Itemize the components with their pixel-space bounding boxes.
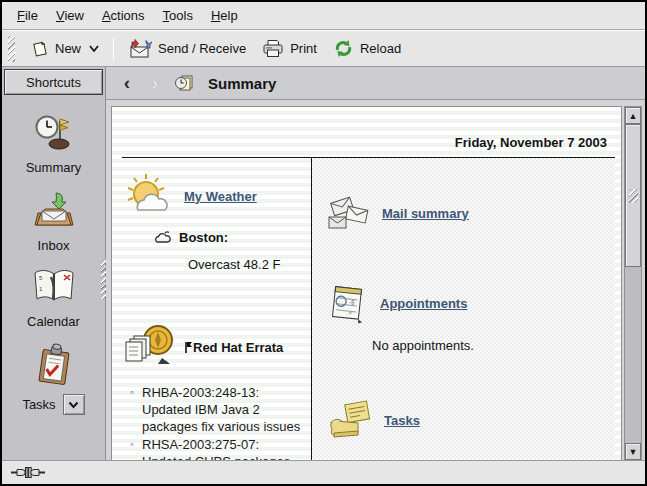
folder-title-bar: ‹ › Summary: [106, 67, 645, 100]
toolbar-grip[interactable]: [8, 36, 15, 62]
sidebar-item-inbox[interactable]: Inbox: [2, 189, 105, 253]
errata-title: Red Hat Errata: [193, 340, 283, 355]
sidebar-item-label: Tasks: [22, 397, 55, 412]
menu-file[interactable]: File: [8, 4, 47, 27]
summary-content: Friday, November 7 2003: [111, 106, 622, 460]
my-weather-link[interactable]: My Weather: [184, 189, 257, 204]
new-button[interactable]: New: [23, 36, 107, 62]
bullet: ◦: [130, 384, 142, 435]
send-receive-button[interactable]: Send / Receive: [120, 35, 254, 63]
appointments-icon: -5 .=: [326, 282, 370, 324]
toolbar-separator: [113, 38, 114, 60]
menu-view[interactable]: View: [47, 4, 93, 27]
bullet: ◦: [130, 436, 142, 460]
summary-right-column: Mail summary: [312, 158, 615, 460]
tasks-link[interactable]: Tasks: [384, 413, 420, 428]
small-cloud-icon: [154, 231, 171, 244]
summary-date: Friday, November 7 2003: [122, 135, 615, 150]
shortcuts-group-button[interactable]: Shortcuts: [4, 69, 103, 95]
sidebar-item-summary[interactable]: Summary: [2, 111, 105, 175]
sidebar-item-label: Calendar: [27, 314, 80, 329]
calendar-book-icon: 5 1: [31, 267, 77, 307]
red-hat-errata-icon: [124, 322, 178, 372]
weather-location: Boston:: [179, 230, 228, 245]
weather-condition: Overcast 48.2 F: [188, 257, 305, 272]
sidebar-item-label: Summary: [26, 160, 82, 175]
new-label: New: [55, 41, 81, 56]
printer-icon: [262, 39, 284, 58]
status-bar: [2, 460, 645, 484]
summary-clock-icon: [33, 111, 75, 153]
vertical-scrollbar[interactable]: ▲ ▼: [624, 106, 642, 460]
shortcut-bar: Shortcuts Summary: [2, 67, 106, 460]
summary-view: Friday, November 7 2003: [106, 100, 645, 460]
scroll-up-button[interactable]: ▲: [625, 107, 641, 124]
appointments-link[interactable]: Appointments: [380, 296, 467, 311]
back-button[interactable]: ‹: [118, 74, 136, 92]
menu-help[interactable]: Help: [202, 4, 247, 27]
menu-bar: File View Actions Tools Help: [2, 2, 645, 30]
menu-tools[interactable]: Tools: [154, 4, 202, 27]
weather-sun-cloud-icon: [124, 172, 174, 220]
page-title: Summary: [208, 75, 276, 92]
reload-button[interactable]: Reload: [325, 35, 409, 62]
errata-list: ◦ RHBA-2003:248-13: Updated IBM Java 2 p…: [124, 384, 305, 460]
tasks-clipboard-icon: [34, 343, 74, 387]
forward-button[interactable]: ›: [146, 74, 164, 92]
errata-item[interactable]: ◦ RHSA-2003:275-07: Updated CUPS package…: [130, 436, 305, 460]
inbox-icon: [32, 189, 76, 231]
window-body: Shortcuts Summary: [2, 67, 645, 460]
send-receive-icon: [128, 39, 152, 59]
summary-mini-icon: [174, 74, 194, 92]
mail-summary-link[interactable]: Mail summary: [382, 206, 469, 221]
appointments-empty-text: No appointments.: [372, 338, 615, 353]
chevron-down-icon: [89, 45, 99, 52]
scrollbar-trough[interactable]: [625, 124, 641, 443]
tasks-notes-icon: [326, 399, 374, 441]
chevron-down-icon: [68, 401, 79, 409]
new-note-icon: [31, 40, 49, 58]
evolution-window: File View Actions Tools Help New: [0, 0, 647, 486]
shortcut-scroll-down-button[interactable]: [63, 394, 85, 415]
scroll-down-button[interactable]: ▼: [625, 443, 641, 460]
mail-summary-icon: [326, 192, 372, 234]
summary-left-column: My Weather Boston: Overcast 48.2 F: [122, 158, 312, 460]
errata-item[interactable]: ◦ RHBA-2003:248-13: Updated IBM Java 2 p…: [130, 384, 305, 435]
scrollbar-thumb[interactable]: [625, 124, 641, 267]
reload-icon: [333, 39, 354, 58]
online-status-plug-icon[interactable]: [11, 466, 45, 479]
toolbar: New Send / Receive Print: [2, 30, 645, 67]
send-receive-label: Send / Receive: [158, 41, 246, 56]
print-label: Print: [290, 41, 317, 56]
menu-actions[interactable]: Actions: [93, 4, 154, 27]
sidebar-item-calendar[interactable]: 5 1 Calendar: [2, 267, 105, 329]
flag-glyph-icon: [184, 341, 192, 354]
print-button[interactable]: Print: [254, 35, 325, 62]
sidebar-item-label: Inbox: [38, 238, 70, 253]
pane-resize-handle[interactable]: [101, 259, 106, 299]
main-area: ‹ › Summary Friday, November 7 2003: [106, 67, 645, 460]
reload-label: Reload: [360, 41, 401, 56]
sidebar-item-tasks[interactable]: Tasks: [2, 343, 105, 415]
shortcuts-label: Shortcuts: [26, 75, 81, 90]
